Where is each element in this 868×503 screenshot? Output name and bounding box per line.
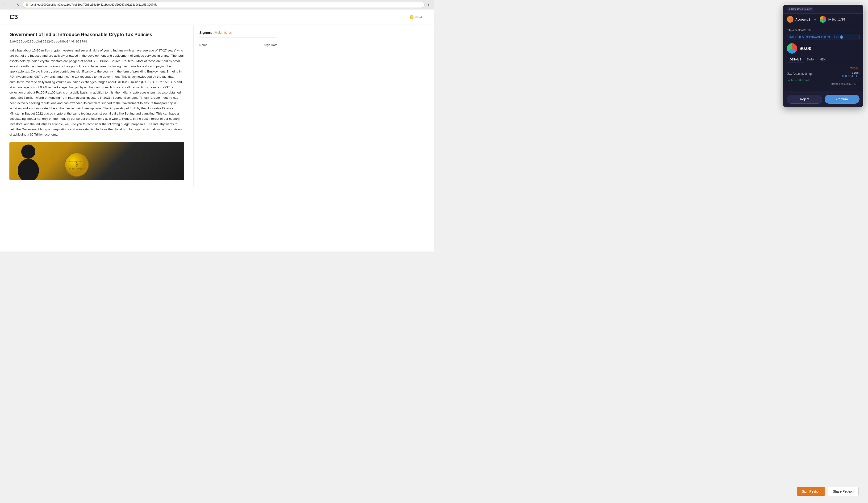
col-name: Name: [199, 43, 208, 47]
wallet-icon: 🪙: [409, 15, 414, 19]
wallet-info: 🪙 0x94...: [409, 15, 425, 19]
wallet-address: 0x94...: [415, 16, 425, 19]
signatures-count: 0 signatures: [215, 31, 232, 34]
svg-point-1: [18, 159, 39, 180]
petition-body: India has about 15-20 million crypto Inv…: [9, 48, 184, 138]
site-header: C3 🪙 0x94...: [0, 9, 434, 25]
forward-button[interactable]: →: [9, 2, 14, 7]
petition-content: Government of India: Introduce Reasonabl…: [0, 25, 194, 187]
petition-contract-address: 0x94219cc4203dc3e8791243aae98be04f6f9507…: [9, 40, 184, 43]
svg-text:₿: ₿: [75, 162, 78, 168]
svg-text:DIGITAL CURRENCY: DIGITAL CURRENCY: [69, 168, 85, 170]
petition-image-overlay: INDEPENDENCE ₿ DIGITAL CURRENCY: [9, 142, 184, 180]
signers-table: Name Sign Date: [199, 41, 277, 49]
svg-point-0: [21, 144, 35, 159]
page-content: C3 🪙 0x94... Government of India: Introd…: [0, 9, 434, 252]
petition-title: Government of India: Introduce Reasonabl…: [9, 32, 184, 37]
url-text: localhost:3000/petition/0xeb116d7bb819df…: [30, 3, 422, 6]
site-logo: C3: [9, 13, 18, 21]
signers-sidebar: Signers 0 signatures Name Sign Date: [194, 25, 283, 187]
lock-icon: 🔒: [25, 3, 29, 6]
address-bar[interactable]: 🔒 localhost:3000/petition/0xeb116d7bb819…: [23, 2, 425, 8]
signers-table-header: Name Sign Date: [199, 41, 277, 49]
person-silhouette-svg: [9, 142, 56, 180]
main-layout: Government of India: Introduce Reasonabl…: [0, 25, 434, 187]
petition-image: INDEPENDENCE ₿ DIGITAL CURRENCY: [9, 142, 184, 180]
share-button[interactable]: ⬆: [426, 2, 431, 7]
reload-button[interactable]: ↻: [16, 2, 21, 7]
back-button[interactable]: ←: [3, 2, 8, 7]
browser-chrome: ← → ↻ 🔒 localhost:3000/petition/0xeb116d…: [0, 0, 434, 9]
col-sign-date: Sign Date: [264, 43, 277, 47]
bitcoin-coin-svg: INDEPENDENCE ₿ DIGITAL CURRENCY: [64, 152, 90, 178]
signers-title: Signers: [199, 30, 212, 34]
signers-header: Signers 0 signatures: [199, 30, 277, 38]
